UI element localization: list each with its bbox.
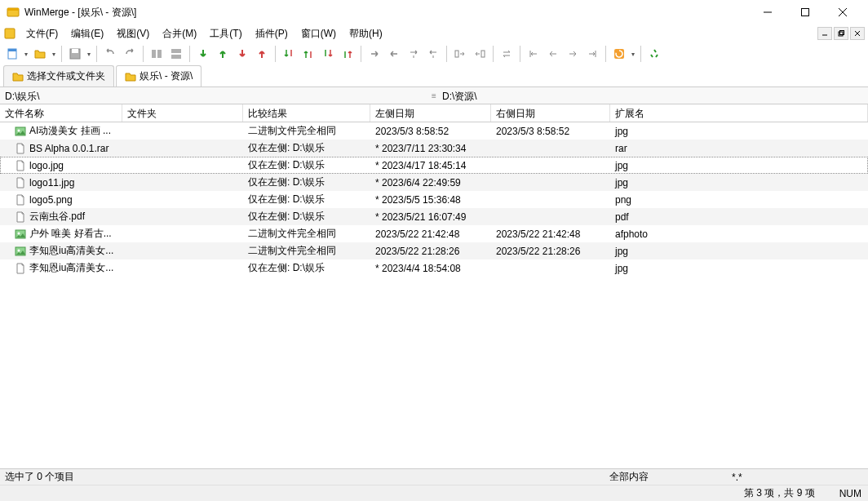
- svg-rect-6: [5, 29, 15, 38]
- table-row[interactable]: logo11.jpg仅在左侧: D:\娱乐* 2023/6/4 22:49:59…: [0, 174, 868, 191]
- minimize-button[interactable]: [749, 0, 786, 24]
- diff-down3-button[interactable]: [319, 45, 337, 63]
- cell-left-date: 2023/5/22 21:42:48: [370, 228, 491, 240]
- path-separator-icon[interactable]: ≡: [431, 87, 437, 104]
- prev-diff-button[interactable]: [544, 45, 562, 63]
- table-row[interactable]: AI动漫美女 挂画 ...二进制文件完全相同2023/5/3 8:58:5220…: [0, 122, 868, 140]
- svg-rect-21: [481, 51, 485, 57]
- menu-window[interactable]: 窗口(W): [294, 25, 343, 42]
- status-selection: 选中了 0 个项目: [5, 470, 609, 484]
- table-row[interactable]: 户外 唯美 好看古...二进制文件完全相同2023/5/22 21:42:482…: [0, 225, 868, 242]
- header-folder[interactable]: 文件夹: [122, 104, 243, 122]
- header-filename[interactable]: 文件名称: [0, 104, 122, 122]
- menu-view[interactable]: 视图(V): [110, 25, 156, 42]
- status-num: NUM: [839, 488, 861, 499]
- all-right-button[interactable]: [451, 45, 469, 63]
- mdi-minimize-button[interactable]: [817, 27, 832, 40]
- new-dropdown[interactable]: ▾: [23, 45, 29, 63]
- cell-right-date: 2023/5/3 8:58:52: [491, 126, 610, 137]
- save-button[interactable]: [66, 45, 84, 63]
- cell-filename: 云南虫谷.pdf: [0, 210, 122, 224]
- table-row[interactable]: 李知恩iu高清美女...二进制文件完全相同2023/5/22 21:28:262…: [0, 242, 868, 259]
- copy-right-next-button[interactable]: [405, 45, 423, 63]
- copy-left-next-button[interactable]: [424, 45, 442, 63]
- table-row[interactable]: 云南虫谷.pdf仅在左侧: D:\娱乐* 2023/5/21 16:07:49p…: [0, 208, 868, 225]
- toggle1-button[interactable]: [148, 45, 166, 63]
- cell-extension: pdf: [610, 211, 868, 223]
- right-path[interactable]: D:\资源\: [437, 87, 868, 104]
- diff-up2-button[interactable]: [299, 45, 317, 63]
- cell-result: 二进制文件完全相同: [243, 244, 370, 258]
- toggle2-button[interactable]: [167, 45, 185, 63]
- svg-rect-16: [152, 50, 156, 58]
- left-path[interactable]: D:\娱乐\: [0, 87, 431, 104]
- cell-right-date: 2023/5/22 21:42:48: [491, 228, 610, 240]
- svg-rect-19: [171, 55, 181, 59]
- menu-help[interactable]: 帮助(H): [343, 25, 389, 42]
- swap-button[interactable]: [498, 45, 516, 63]
- copy-left-button[interactable]: [385, 45, 403, 63]
- last-diff-button[interactable]: [583, 45, 601, 63]
- cell-left-date: * 2023/4/17 18:45:14: [370, 160, 491, 171]
- status-filter: *.*: [732, 472, 863, 483]
- window-title: WinMerge - [娱乐\ - 资源\]: [24, 6, 749, 20]
- svg-point-24: [18, 129, 20, 131]
- cell-left-date: * 2023/4/4 18:54:08: [370, 263, 491, 274]
- header-result[interactable]: 比较结果: [243, 104, 370, 122]
- menu-merge[interactable]: 合并(M): [156, 25, 203, 42]
- app-icon: [7, 6, 20, 19]
- diff-up3-button[interactable]: [339, 45, 356, 63]
- svg-rect-15: [72, 49, 78, 53]
- diff-down2-button[interactable]: [280, 45, 298, 63]
- header-right-date[interactable]: 右侧日期: [491, 104, 610, 122]
- header-extension[interactable]: 扩展名: [610, 104, 868, 122]
- cell-filename: 李知恩iu高清美女...: [0, 261, 122, 275]
- header-left-date[interactable]: 左侧日期: [370, 104, 491, 122]
- table-row[interactable]: logo5.png仅在左侧: D:\娱乐* 2023/5/5 15:36:48p…: [0, 191, 868, 208]
- svg-rect-9: [840, 31, 844, 35]
- cell-left-date: * 2023/5/21 16:07:49: [370, 211, 491, 223]
- maximize-button[interactable]: [786, 0, 824, 24]
- svg-rect-13: [8, 49, 16, 51]
- all-left-button[interactable]: [471, 45, 489, 63]
- svg-rect-18: [171, 49, 181, 53]
- table-row[interactable]: 李知恩iu高清美女...仅在左侧: D:\娱乐* 2023/4/4 18:54:…: [0, 259, 868, 277]
- diff-up-red-button[interactable]: [253, 45, 271, 63]
- cell-result: 仅在左侧: D:\娱乐: [243, 175, 370, 189]
- refresh-button[interactable]: [610, 45, 628, 63]
- menu-plugins[interactable]: 插件(P): [249, 25, 294, 42]
- recycle-button[interactable]: [645, 45, 663, 63]
- folder-icon: [125, 71, 136, 82]
- mdi-close-button[interactable]: [850, 27, 865, 40]
- table-row[interactable]: BS Alpha 0.0.1.rar仅在左侧: D:\娱乐* 2023/7/11…: [0, 140, 868, 157]
- copy-right-button[interactable]: [365, 45, 383, 63]
- diff-down-red-button[interactable]: [233, 45, 251, 63]
- cell-extension: png: [610, 194, 868, 206]
- status-bar-bottom: 第 3 项，共 9 项 NUM: [0, 485, 868, 501]
- undo-button[interactable]: [101, 45, 119, 63]
- table-row[interactable]: logo.jpg仅在左侧: D:\娱乐* 2023/4/17 18:45:14j…: [0, 157, 868, 174]
- cell-result: 仅在左侧: D:\娱乐: [243, 141, 370, 155]
- mdi-restore-button[interactable]: [834, 27, 848, 40]
- diff-down-button[interactable]: [194, 45, 212, 63]
- cell-left-date: * 2023/6/4 22:49:59: [370, 177, 491, 188]
- cell-left-date: 2023/5/22 21:28:26: [370, 246, 491, 257]
- menu-tools[interactable]: 工具(T): [203, 25, 248, 42]
- tab-compare[interactable]: 娱乐\ - 资源\: [116, 65, 202, 86]
- redo-button[interactable]: [121, 45, 139, 63]
- next-diff-button[interactable]: [564, 45, 582, 63]
- close-button[interactable]: [824, 0, 861, 24]
- tab-select-files[interactable]: 选择文件或文件夹: [3, 65, 114, 86]
- diff-up-button[interactable]: [214, 45, 232, 63]
- open-button[interactable]: [31, 45, 49, 63]
- svg-point-26: [18, 232, 20, 234]
- column-headers: 文件名称 文件夹 比较结果 左侧日期 右侧日期 扩展名: [0, 104, 868, 122]
- refresh-dropdown[interactable]: ▾: [630, 45, 636, 63]
- menu-file[interactable]: 文件(F): [20, 25, 64, 42]
- cell-left-date: * 2023/5/5 15:36:48: [370, 194, 491, 206]
- open-dropdown[interactable]: ▾: [51, 45, 57, 63]
- first-diff-button[interactable]: [525, 45, 542, 63]
- save-dropdown[interactable]: ▾: [86, 45, 92, 63]
- new-button[interactable]: [3, 45, 21, 63]
- menu-edit[interactable]: 编辑(E): [64, 25, 110, 42]
